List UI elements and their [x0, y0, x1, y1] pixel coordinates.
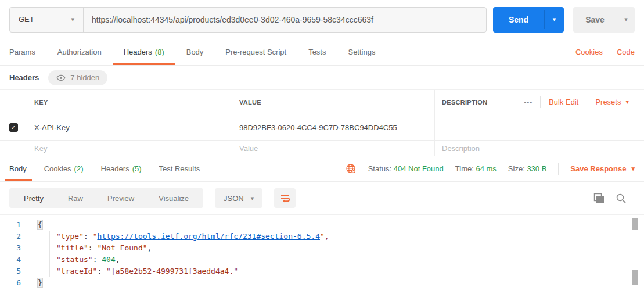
tab-headers-label: Headers: [124, 48, 152, 56]
table-header-row: KEY VALUE DESCRIPTION ••• Bulk Edit Pres…: [0, 90, 644, 114]
headers-section-title: Headers: [9, 73, 39, 82]
presets-button[interactable]: Presets ▾: [587, 98, 637, 106]
line-number: 6: [0, 277, 30, 289]
scrollbar-thumb-page[interactable]: [632, 270, 638, 285]
network-warning-icon[interactable]: [346, 163, 357, 174]
response-meta-bar: Body Cookies (2) Headers (5) Test Result…: [0, 156, 644, 182]
tab-params[interactable]: Params: [9, 39, 35, 65]
line-number: 4: [0, 254, 30, 266]
row-checkbox-cell: [0, 141, 27, 156]
status-label: Status:: [368, 164, 391, 173]
cookies-link[interactable]: Cookies: [575, 48, 603, 56]
tab-body[interactable]: Body: [186, 39, 204, 65]
json-string-value: "Not Found": [97, 243, 147, 252]
code-line-6: 6 }: [0, 277, 644, 289]
chevron-down-icon: ▾: [631, 165, 635, 173]
value-column-header: VALUE: [232, 90, 435, 114]
time-label: Time:: [455, 164, 474, 173]
json-comma: ,: [116, 255, 120, 264]
line-number: 2: [0, 231, 30, 242]
save-options-chevron-down-icon[interactable]: ▾: [617, 7, 635, 33]
copy-icon: [593, 193, 605, 204]
view-mode-pretty[interactable]: Pretty: [12, 194, 56, 203]
method-select[interactable]: GET ▾: [10, 8, 84, 32]
response-tab-test-results[interactable]: Test Results: [159, 156, 200, 181]
save-button[interactable]: Save ▾: [573, 7, 635, 33]
vertical-scrollbar[interactable]: [629, 215, 644, 294]
key-column-header: KEY: [27, 90, 232, 114]
status-indicator: Status: 404 Not Found: [368, 164, 444, 173]
view-bar-right-icons: [593, 193, 635, 204]
json-key: "type": [56, 232, 84, 241]
send-options-chevron-down-icon[interactable]: ▾: [545, 7, 564, 33]
tab-headers[interactable]: Headers (8): [124, 39, 164, 65]
view-mode-raw[interactable]: Raw: [56, 194, 95, 203]
view-mode-group: Pretty Raw Preview Visualize: [9, 188, 203, 208]
headers-section-header: Headers 7 hidden: [0, 66, 644, 89]
response-tab-cookies[interactable]: Cookies (2): [44, 156, 84, 181]
view-mode-preview[interactable]: Preview: [95, 194, 146, 203]
language-select[interactable]: JSON ▾: [215, 188, 262, 208]
response-tab-body-label: Body: [9, 164, 27, 173]
json-key: "status": [56, 255, 93, 264]
line-number: 1: [0, 219, 30, 231]
response-tab-body[interactable]: Body: [9, 156, 27, 181]
value-placeholder: Value: [239, 144, 258, 153]
line-number: 5: [0, 266, 30, 277]
row-checkbox-cell: ✓: [0, 114, 27, 140]
line-number: 3: [0, 242, 30, 254]
save-response-button[interactable]: Save Response ▾: [570, 164, 635, 173]
hidden-headers-toggle[interactable]: 7 hidden: [48, 70, 107, 85]
response-view-bar: Pretty Raw Preview Visualize JSON ▾: [0, 182, 644, 214]
scrollbar-thumb-editor[interactable]: [632, 218, 638, 230]
check-icon: ✓: [10, 124, 16, 131]
request-tabs: Params Authorization Headers (8) Body Pr…: [0, 39, 644, 66]
description-input-cell[interactable]: Description: [435, 141, 644, 156]
tab-settings[interactable]: Settings: [348, 39, 375, 65]
bulk-edit-button[interactable]: Bulk Edit: [541, 98, 587, 106]
key-cell[interactable]: X-API-Key: [27, 114, 232, 140]
code-line-3: 3 "title": "Not Found",: [0, 242, 644, 254]
method-value: GET: [19, 15, 34, 24]
search-button[interactable]: [616, 193, 627, 204]
save-response-label: Save Response: [570, 164, 626, 173]
description-column-header: DESCRIPTION ••• Bulk Edit Presets ▾: [435, 90, 644, 114]
description-column-label: DESCRIPTION: [442, 99, 487, 106]
close-brace: }: [38, 278, 42, 287]
row-checkbox-checked[interactable]: ✓: [9, 123, 18, 132]
description-cell[interactable]: [435, 114, 644, 140]
response-tab-headers-count: (5): [132, 164, 142, 173]
value-input-cell[interactable]: Value: [232, 141, 435, 156]
tab-tests[interactable]: Tests: [308, 39, 326, 65]
select-all-cell: [0, 90, 27, 114]
json-colon: :: [97, 267, 106, 275]
value-cell[interactable]: 98D92BF3-0620-4CC4-9C7D-78BC94DD4C55: [232, 114, 435, 140]
send-button-label: Send: [493, 7, 544, 33]
active-tab-indicator: [5, 179, 32, 181]
code-line-2: 2 "type": "https://tools.ietf.org/html/r…: [0, 231, 644, 242]
divider: [558, 163, 559, 175]
view-mode-visualize[interactable]: Visualize: [146, 194, 201, 203]
header-row-x-api-key: ✓ X-API-Key 98D92BF3-0620-4CC4-9C7D-78BC…: [0, 114, 644, 141]
time-value: 64 ms: [476, 164, 496, 173]
tab-headers-count: (8): [155, 48, 164, 56]
request-links: Cookies Code: [575, 39, 635, 65]
wrap-lines-button[interactable]: [274, 188, 296, 208]
json-colon: :: [93, 255, 102, 264]
size-indicator: Size: 330 B: [508, 164, 547, 173]
response-body-editor[interactable]: 1 { 2 "type": "https://tools.ietf.org/ht…: [0, 214, 644, 294]
json-link-value[interactable]: https://tools.ietf.org/html/rfc7231#sect…: [97, 232, 320, 241]
key-input-cell[interactable]: Key: [27, 141, 232, 156]
response-tab-headers[interactable]: Headers (5): [101, 156, 142, 181]
json-key: "traceId": [56, 267, 97, 275]
description-placeholder: Description: [442, 144, 480, 153]
tab-pre-request-script[interactable]: Pre-request Script: [225, 39, 286, 65]
url-input[interactable]: [84, 8, 486, 32]
tab-authorization[interactable]: Authorization: [57, 39, 102, 65]
chevron-down-icon: ▾: [71, 16, 74, 23]
copy-button[interactable]: [593, 193, 605, 204]
more-options-icon[interactable]: •••: [517, 99, 541, 106]
code-link[interactable]: Code: [617, 48, 635, 56]
send-button[interactable]: Send ▾: [493, 7, 564, 33]
indent-guide: [49, 231, 50, 277]
